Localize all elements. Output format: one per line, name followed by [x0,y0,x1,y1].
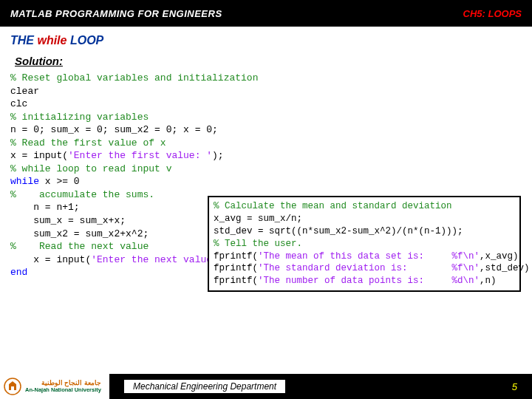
university-name-english: An-Najah National University [25,387,101,393]
code-line: % Tell the user. [214,238,515,250]
inset-code-block: % Calculate the mean and standard deviat… [208,196,521,292]
university-logo-block: جامعة النجاح الوطنية An-Najah National U… [0,374,109,399]
header-chapter: CH5: LOOPS [463,8,522,19]
code-line: while x >= 0 [10,175,522,188]
code-line: % Read the first value of x [10,137,522,150]
department-name: Mechanical Engineering Department [124,380,285,393]
code-line: n = 0; sum_x = 0; sum_x2 = 0; x = 0; [10,123,522,137]
university-name: جامعة النجاح الوطنية An-Najah National U… [25,380,101,392]
header-course-title: MATLAB PROGRAMMING FOR ENGINEERS [10,8,222,19]
code-line: fprintf('The standard deviation is: %f\n… [214,262,515,275]
page-number: 5 [512,381,532,392]
code-line: x_avg = sum_x/n; [214,213,515,225]
chapter-prefix: CH5: [463,8,485,19]
code-line: % Reset global variables and initializat… [10,72,522,85]
footer-center: Mechanical Engineering Department [109,380,512,393]
chapter-suffix: LOOPS [485,8,522,19]
header-bar: MATLAB PROGRAMMING FOR ENGINEERS CH5: LO… [0,0,532,27]
code-line: % initializing variables [10,111,522,124]
code-line: clc [10,98,522,111]
section-prefix: THE [10,34,37,47]
svg-rect-1 [11,386,14,390]
code-line: x = input('Enter the first value: '); [10,149,522,163]
footer-bar: جامعة النجاح الوطنية An-Najah National U… [0,374,532,399]
code-line: clear [10,85,522,98]
section-keyword: while [37,34,66,47]
section-suffix: LOOP [66,34,103,47]
code-line: fprintf('The mean of this data set is: %… [214,250,515,263]
section-title: THE while LOOP [0,27,532,50]
code-line: % Calculate the mean and standard deviat… [214,200,515,213]
code-line: fprintf('The number of data points is: %… [214,275,515,287]
code-line: std_dev = sqrt((n*sum_x2-sum_x^2)/(n*(n-… [214,225,515,238]
solution-label: Solution: [0,50,532,70]
university-crest-icon [3,377,22,396]
code-line: % while loop to read input v [10,163,522,176]
